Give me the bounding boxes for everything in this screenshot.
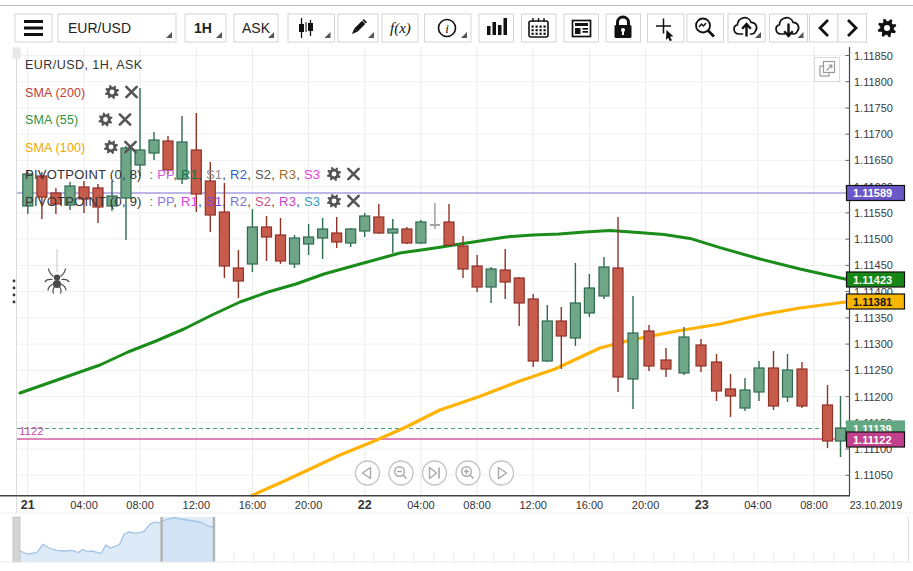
svg-text:SMA (200): SMA (200) bbox=[25, 86, 85, 100]
svg-text:16:00: 16:00 bbox=[576, 499, 604, 511]
svg-text:1.11700: 1.11700 bbox=[854, 128, 893, 140]
svg-text:f(x): f(x) bbox=[390, 20, 411, 37]
svg-text:1.11750: 1.11750 bbox=[854, 102, 893, 114]
svg-text:1.11050: 1.11050 bbox=[854, 469, 893, 481]
svg-text:1.11122: 1.11122 bbox=[853, 434, 892, 446]
svg-text:04:00: 04:00 bbox=[70, 499, 98, 511]
svg-text:20:00: 20:00 bbox=[632, 499, 660, 511]
svg-text:12:00: 12:00 bbox=[183, 499, 211, 511]
svg-text:EUR/USD, 1H, ASK: EUR/USD, 1H, ASK bbox=[25, 58, 143, 72]
svg-text:1.11550: 1.11550 bbox=[854, 207, 893, 219]
svg-text:PIVOTPOINT (0, 8) : PP, R1, S: PIVOTPOINT (0, 8) : PP, R1, S1, R2, S2, … bbox=[25, 167, 320, 182]
svg-text:PIVOTPOINT (0, 9) : PP, R1, S: PIVOTPOINT (0, 9) : PP, R1, S1, R2, S2, … bbox=[25, 194, 320, 209]
svg-text:1.11350: 1.11350 bbox=[854, 312, 893, 324]
svg-text:16:00: 16:00 bbox=[239, 499, 267, 511]
svg-text:EUR/USD: EUR/USD bbox=[68, 20, 131, 36]
svg-text:08:00: 08:00 bbox=[800, 499, 828, 511]
svg-text:1H: 1H bbox=[194, 20, 212, 36]
svg-text:23: 23 bbox=[695, 498, 709, 512]
svg-text:1.11450: 1.11450 bbox=[854, 259, 893, 271]
svg-text:1.11250: 1.11250 bbox=[854, 364, 893, 376]
svg-text:20:00: 20:00 bbox=[295, 499, 323, 511]
svg-text:1.11381: 1.11381 bbox=[853, 296, 892, 308]
svg-text:22: 22 bbox=[358, 498, 372, 512]
svg-text:1.11850: 1.11850 bbox=[854, 50, 893, 62]
svg-text:21: 21 bbox=[21, 498, 35, 512]
svg-text:12:00: 12:00 bbox=[519, 499, 547, 511]
svg-text:1122: 1122 bbox=[19, 425, 44, 437]
svg-text:SMA (100): SMA (100) bbox=[25, 141, 85, 155]
svg-text:i: i bbox=[445, 21, 449, 36]
svg-text:1.11300: 1.11300 bbox=[854, 338, 893, 350]
svg-text:1.11800: 1.11800 bbox=[854, 76, 893, 88]
svg-text:04:00: 04:00 bbox=[407, 499, 435, 511]
svg-text:1.11589: 1.11589 bbox=[853, 187, 892, 199]
svg-text:1.11650: 1.11650 bbox=[854, 154, 893, 166]
svg-text:08:00: 08:00 bbox=[126, 499, 154, 511]
svg-text:1.11423: 1.11423 bbox=[853, 274, 892, 286]
svg-text:04:00: 04:00 bbox=[744, 499, 772, 511]
svg-text:23.10.2019: 23.10.2019 bbox=[850, 499, 903, 511]
svg-text:ASK: ASK bbox=[242, 20, 271, 36]
svg-text:SMA (55): SMA (55) bbox=[25, 113, 78, 127]
svg-text:1.11200: 1.11200 bbox=[854, 391, 893, 403]
svg-text:1.11500: 1.11500 bbox=[854, 233, 893, 245]
svg-text:08:00: 08:00 bbox=[463, 499, 491, 511]
